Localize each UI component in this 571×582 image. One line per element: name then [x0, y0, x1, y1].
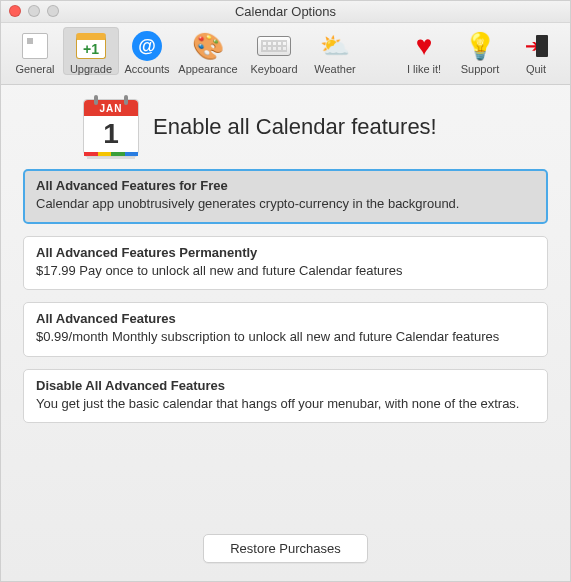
option-monthly[interactable]: All Advanced Features $0.99/month Monthl… — [23, 302, 548, 357]
calendar-icon-day: 1 — [84, 116, 138, 152]
option-desc: $17.99 Pay once to unlock all new and fu… — [36, 262, 535, 280]
option-free-mining[interactable]: All Advanced Features for Free Calendar … — [23, 169, 548, 224]
toolbar-item-likeit[interactable]: ♥ I like it! — [396, 27, 452, 75]
general-icon — [22, 33, 48, 59]
window-title: Calendar Options — [1, 1, 570, 23]
toolbar-item-appearance[interactable]: 🎨 Appearance — [175, 27, 241, 75]
option-title: All Advanced Features Permanently — [36, 245, 535, 260]
upgrade-icon: +1 — [76, 33, 106, 59]
toolbar-item-quit[interactable]: ➔ Quit — [508, 27, 564, 75]
titlebar: Calendar Options — [1, 1, 570, 23]
option-title: Disable All Advanced Features — [36, 378, 535, 393]
toolbar-label: Keyboard — [250, 63, 297, 75]
toolbar-label: Appearance — [178, 63, 237, 75]
palette-icon: 🎨 — [192, 33, 224, 59]
content: JAN 1 Enable all Calendar features! All … — [1, 85, 570, 433]
toolbar-label: Accounts — [124, 63, 169, 75]
toolbar-item-upgrade[interactable]: +1 Upgrade — [63, 27, 119, 75]
hero: JAN 1 Enable all Calendar features! — [83, 99, 548, 155]
minimize-window-button[interactable] — [28, 5, 40, 17]
option-desc: You get just the basic calendar that han… — [36, 395, 535, 413]
toolbar-label: Quit — [526, 63, 546, 75]
keyboard-icon — [257, 36, 291, 56]
upgrade-options: All Advanced Features for Free Calendar … — [23, 169, 548, 423]
option-desc: Calendar app unobtrusively generates cry… — [36, 195, 535, 213]
calendar-icon-month: JAN — [84, 100, 138, 116]
option-title: All Advanced Features — [36, 311, 535, 326]
toolbar-item-accounts[interactable]: @ Accounts — [119, 27, 175, 75]
toolbar-label: Upgrade — [70, 63, 112, 75]
options-window: Calendar Options General +1 Upgrade @ Ac… — [0, 0, 571, 582]
toolbar-label: Weather — [314, 63, 355, 75]
calendar-icon: JAN 1 — [83, 99, 139, 155]
heart-icon: ♥ — [416, 32, 433, 60]
toolbar-label: Support — [461, 63, 500, 75]
option-disable[interactable]: Disable All Advanced Features You get ju… — [23, 369, 548, 424]
option-permanent[interactable]: All Advanced Features Permanently $17.99… — [23, 236, 548, 291]
toolbar-label: General — [15, 63, 54, 75]
lightbulb-icon: 💡 — [464, 33, 496, 59]
toolbar-item-general[interactable]: General — [7, 27, 63, 75]
zoom-window-button[interactable] — [47, 5, 59, 17]
window-controls — [9, 5, 59, 17]
option-title: All Advanced Features for Free — [36, 178, 535, 193]
option-desc: $0.99/month Monthly subscription to unlo… — [36, 328, 535, 346]
quit-icon: ➔ — [525, 35, 548, 57]
toolbar-item-support[interactable]: 💡 Support — [452, 27, 508, 75]
toolbar-item-keyboard[interactable]: Keyboard — [241, 27, 307, 75]
accounts-icon: @ — [132, 31, 162, 61]
toolbar: General +1 Upgrade @ Accounts 🎨 Appearan… — [1, 23, 570, 85]
toolbar-label: I like it! — [407, 63, 441, 75]
restore-purchases-button[interactable]: Restore Purchases — [203, 534, 368, 563]
toolbar-item-weather[interactable]: ⛅ Weather — [307, 27, 363, 75]
hero-title: Enable all Calendar features! — [153, 114, 437, 140]
bottom-bar: Restore Purchases — [1, 534, 570, 563]
close-window-button[interactable] — [9, 5, 21, 17]
weather-icon: ⛅ — [320, 34, 350, 58]
